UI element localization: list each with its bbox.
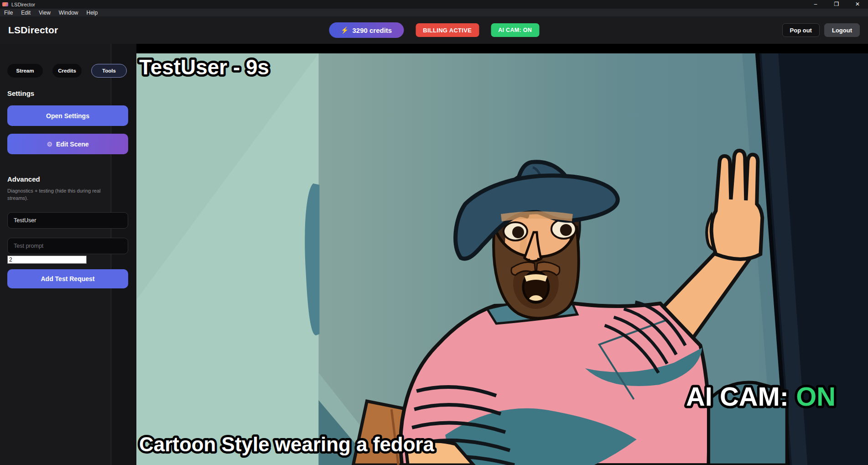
tab-credits[interactable]: Credits — [52, 64, 82, 78]
menubar: File Edit View Window Help — [0, 9, 868, 16]
credits-label: 3290 credits — [352, 26, 392, 34]
overlay-ai-cam-status: AI CAM: ON — [686, 382, 836, 411]
app-icon — [2, 2, 8, 6]
test-prompt-input[interactable] — [7, 238, 128, 254]
edit-scene-button[interactable]: ⚙ Edit Scene — [7, 134, 128, 154]
pop-out-button[interactable]: Pop out — [782, 23, 820, 37]
raised-hand — [712, 151, 763, 259]
tab-stream[interactable]: Stream — [7, 64, 43, 78]
pupil-right — [560, 224, 572, 236]
header-actions: Pop out Logout — [782, 23, 860, 37]
sidebar: Stream Credits Tools Settings Open Setti… — [0, 44, 136, 465]
test-user-input[interactable] — [7, 212, 128, 229]
advanced-description: Diagnostics + testing (hide this during … — [7, 188, 114, 202]
close-icon[interactable]: ✕ — [847, 0, 868, 9]
app-header: LSDirector ⚡ 3290 credits BILLING ACTIVE… — [0, 16, 868, 44]
pupil-left — [512, 226, 524, 238]
menu-window[interactable]: Window — [55, 10, 83, 16]
window-controls: – ❐ ✕ — [805, 0, 868, 9]
menu-file[interactable]: File — [0, 10, 17, 16]
lightning-icon: ⚡ — [341, 26, 348, 34]
ai-cam-prefix: AI CAM: — [686, 382, 796, 411]
request-count-input[interactable] — [7, 256, 87, 264]
ai-cam-on-text: ON — [796, 382, 836, 411]
menu-edit[interactable]: Edit — [17, 10, 35, 16]
overlay-username-timer: TestUser - 9s — [139, 55, 269, 79]
restore-icon[interactable]: ❐ — [826, 0, 847, 9]
finger-line — [745, 170, 746, 200]
edit-scene-label: Edit Scene — [56, 141, 89, 148]
cartoon-frame: TestUser - 9s Cartoon Style wearing a fe… — [136, 53, 868, 465]
main-area: TestUser - 9s Cartoon Style wearing a fe… — [136, 44, 868, 465]
gear-icon: ⚙ — [47, 141, 52, 148]
tab-tools[interactable]: Tools — [91, 64, 127, 78]
credits-pill[interactable]: ⚡ 3290 credits — [329, 22, 404, 38]
billing-status-badge[interactable]: BILLING ACTIVE — [416, 23, 479, 37]
overlay-prompt-caption: Cartoon Style wearing a fedora — [139, 433, 435, 455]
menu-help[interactable]: Help — [83, 10, 102, 16]
window-title: LSDirector — [11, 2, 35, 7]
add-test-request-button[interactable]: Add Test Request — [7, 269, 128, 288]
settings-heading: Settings — [7, 89, 128, 97]
menu-view[interactable]: View — [35, 10, 55, 16]
finger-line — [730, 170, 731, 199]
header-status-group: ⚡ 3290 credits BILLING ACTIVE AI CAM: ON — [329, 22, 539, 38]
open-settings-button[interactable]: Open Settings — [7, 105, 128, 126]
window-titlebar: LSDirector – ❐ ✕ — [0, 0, 868, 9]
ai-cam-status-badge[interactable]: AI CAM: ON — [491, 23, 539, 37]
advanced-heading: Advanced — [7, 175, 128, 183]
content-area: Stream Credits Tools Settings Open Setti… — [0, 44, 868, 465]
logout-button[interactable]: Logout — [824, 23, 860, 37]
brand-title: LSDirector — [8, 25, 58, 36]
stream-preview[interactable]: TestUser - 9s Cartoon Style wearing a fe… — [136, 53, 868, 465]
minimize-icon[interactable]: – — [805, 0, 826, 9]
sidebar-tabs: Stream Credits Tools — [7, 64, 127, 78]
